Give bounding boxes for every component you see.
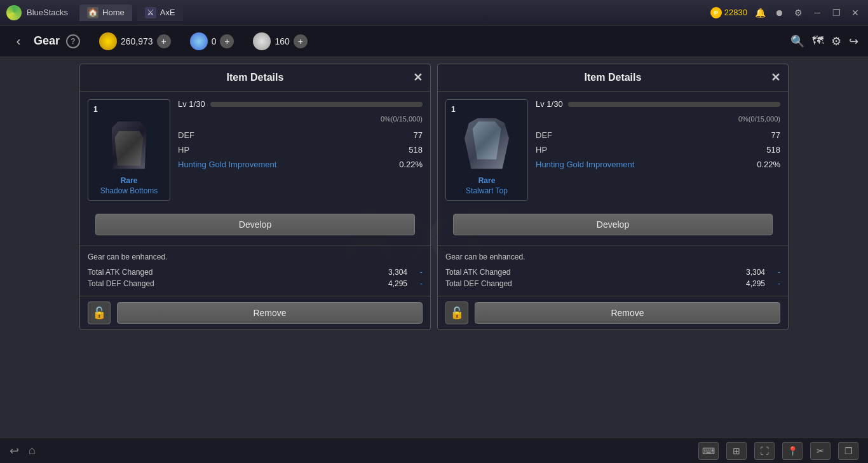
left-def-changed-vals: 4,295 - (388, 279, 423, 288)
crystal-add-button[interactable]: + (220, 34, 234, 48)
right-hp-value: 518 (766, 145, 780, 155)
left-level-bar (210, 102, 423, 107)
left-develop-button[interactable]: Develop (95, 214, 415, 235)
right-hp-label: HP (536, 145, 547, 155)
coin-icon: P (710, 7, 722, 18)
keyboard-icon[interactable]: ⌨ (698, 442, 719, 460)
right-lock-button[interactable]: 🔓 (445, 301, 468, 324)
left-atk-val: 3,304 (388, 268, 407, 277)
game-tab-icon: ⚔ (145, 7, 156, 18)
shadow-bottoms-image (105, 118, 153, 172)
left-panel-footer: Gear can be enhanced. Total ATK Changed … (80, 245, 430, 296)
fullscreen-icon[interactable]: ⛶ (754, 442, 775, 460)
help-button[interactable]: ? (66, 34, 80, 48)
right-level-bar (568, 102, 780, 107)
gem-icon (253, 32, 271, 50)
bottom-icons-right: ⌨ ⊞ ⛶ 📍 ✂ ❐ (698, 442, 858, 460)
left-item-image (100, 116, 158, 174)
left-def-changed-row: Total DEF Changed 4,295 - (88, 278, 423, 289)
left-item-card: 1 Rare Shadow Bottoms (88, 99, 170, 201)
display-icon[interactable]: ⊞ (726, 442, 747, 460)
right-item-card: 1 Rare Stalwart Top (445, 99, 528, 201)
page-title: Gear (34, 34, 60, 48)
left-hp-label: HP (178, 145, 189, 155)
scissors-icon[interactable]: ✂ (810, 442, 831, 460)
gold-group: 260,973 + (99, 32, 171, 50)
right-hp-row: HP 518 (536, 142, 780, 157)
left-special-value: 0.22% (399, 160, 423, 169)
settings-icon[interactable]: ⚙ (792, 6, 804, 19)
tab-game[interactable]: ⚔ AxE (137, 4, 183, 21)
right-atk-val: 3,304 (746, 268, 765, 277)
right-atk-row: Total ATK Changed 3,304 - (445, 266, 780, 278)
gem-group: 160 + (253, 32, 307, 50)
item-panel-left: Item Details ✕ 1 Rare Shadow Bottoms Lv … (79, 64, 431, 330)
undo-icon[interactable]: ↩ (10, 444, 19, 458)
gear-settings-button[interactable]: ⚙ (831, 34, 841, 48)
left-panel-close[interactable]: ✕ (413, 71, 423, 85)
home-bottom-icon[interactable]: ⌂ (29, 444, 36, 457)
game-area: AxE ‹ Gear ? 260,973 + 0 + 160 + 🔍 🗺 ⚙ ↪ (0, 25, 868, 438)
right-develop-button[interactable]: Develop (453, 214, 773, 235)
left-panel-title: Item Details (227, 72, 284, 83)
search-button[interactable]: 🔍 (790, 34, 804, 48)
right-panel-footer: Gear can be enhanced. Total ATK Changed … (438, 245, 788, 296)
left-special-row: Hunting Gold Improvement 0.22% (178, 157, 423, 172)
right-panel-body: 1 Rare Stalwart Top Lv 1/30 (438, 92, 788, 209)
right-level-bar-row: Lv 1/30 (536, 99, 780, 109)
right-remove-button[interactable]: Remove (475, 302, 780, 324)
left-item-stats: Lv 1/30 0%(0/15,000) DEF 77 HP 5 (178, 99, 423, 201)
bottom-bar: ↩ ⌂ ⌨ ⊞ ⛶ 📍 ✂ ❐ (0, 438, 868, 463)
home-icon: 🏠 (87, 7, 98, 18)
gold-value: 260,973 (121, 36, 153, 46)
left-hp-row: HP 518 (178, 142, 423, 157)
gem-add-button[interactable]: + (294, 34, 308, 48)
right-special-value: 0.22% (757, 160, 780, 169)
exit-button[interactable]: ↪ (849, 34, 858, 48)
location-icon[interactable]: 📍 (782, 442, 803, 460)
coin-display: P 22830 (710, 7, 747, 18)
bluestacks-controls: P 22830 🔔 ⏺ ⚙ ─ ❐ ✕ (710, 6, 862, 19)
left-level-bar-row: Lv 1/30 (178, 99, 423, 109)
crystal-value: 0 (212, 36, 217, 46)
right-def-changed-vals: 4,295 - (746, 279, 780, 288)
right-atk-dash: - (778, 268, 780, 277)
item-panel-right: Item Details ✕ 1 Rare Stalwart Top Lv 1/… (437, 64, 789, 330)
right-atk-vals: 3,304 - (746, 268, 780, 277)
back-button[interactable]: ‹ (10, 32, 27, 50)
left-atk-dash: - (420, 268, 423, 277)
right-def-changed-label: Total DEF Changed (445, 279, 512, 288)
left-lock-button[interactable]: 🔓 (88, 301, 111, 324)
left-remove-button[interactable]: Remove (117, 302, 423, 324)
right-item-image (458, 116, 515, 174)
record-icon[interactable]: ⏺ (773, 6, 785, 19)
game-topbar: ‹ Gear ? 260,973 + 0 + 160 + 🔍 🗺 ⚙ ↪ (0, 25, 868, 57)
tab-game-label: AxE (160, 8, 175, 17)
restore-icon[interactable]: ❐ (830, 6, 843, 19)
left-def-changed-label: Total DEF Changed (88, 279, 154, 288)
gold-icon (99, 32, 117, 50)
notification-icon[interactable]: 🔔 (754, 6, 766, 19)
right-def-changed-row: Total DEF Changed 4,295 - (445, 278, 780, 289)
close-icon[interactable]: ✕ (849, 6, 862, 19)
right-panel-close[interactable]: ✕ (771, 71, 780, 85)
topbar-icons: 🔍 🗺 ⚙ ↪ (790, 34, 858, 48)
map-button[interactable]: 🗺 (812, 34, 824, 48)
right-def-label: DEF (536, 130, 552, 140)
right-special-row: Hunting Gold Improvement 0.22% (536, 157, 780, 172)
left-special-label: Hunting Gold Improvement (178, 160, 276, 169)
right-enhance-text: Gear can be enhanced. (445, 252, 780, 261)
crystal-icon (190, 32, 208, 50)
copy-icon[interactable]: ❐ (838, 442, 858, 460)
left-level-text: Lv 1/30 (178, 99, 205, 109)
gold-add-button[interactable]: + (157, 34, 171, 48)
minimize-icon[interactable]: ─ (811, 6, 824, 19)
left-xp-pct: 0%(0/15,000) (381, 115, 423, 123)
right-item-level: 1 (451, 105, 456, 114)
crystal-group: 0 + (190, 32, 234, 50)
right-def-changed-val: 4,295 (746, 279, 765, 288)
right-item-name: Stalwart Top (466, 186, 508, 195)
right-level-text: Lv 1/30 (536, 99, 563, 109)
right-item-rarity: Rare (478, 176, 496, 185)
tab-home[interactable]: 🏠 Home (79, 4, 132, 21)
